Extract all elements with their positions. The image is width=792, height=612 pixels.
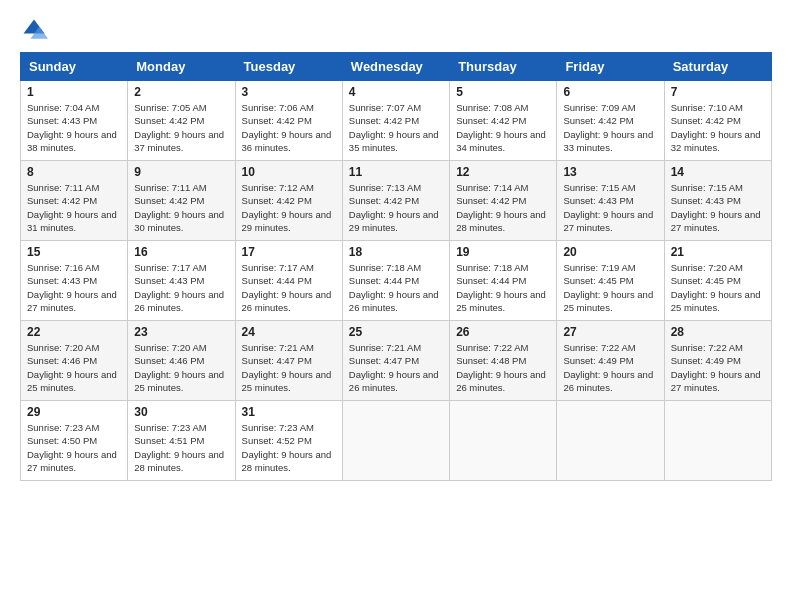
day-number: 2	[134, 85, 228, 99]
calendar-week-row: 22 Sunrise: 7:20 AM Sunset: 4:46 PM Dayl…	[21, 321, 772, 401]
day-info: Sunrise: 7:22 AM Sunset: 4:49 PM Dayligh…	[563, 341, 657, 394]
calendar-cell: 8 Sunrise: 7:11 AM Sunset: 4:42 PM Dayli…	[21, 161, 128, 241]
day-info: Sunrise: 7:16 AM Sunset: 4:43 PM Dayligh…	[27, 261, 121, 314]
calendar-cell: 24 Sunrise: 7:21 AM Sunset: 4:47 PM Dayl…	[235, 321, 342, 401]
calendar-week-row: 15 Sunrise: 7:16 AM Sunset: 4:43 PM Dayl…	[21, 241, 772, 321]
day-number: 24	[242, 325, 336, 339]
calendar-cell: 19 Sunrise: 7:18 AM Sunset: 4:44 PM Dayl…	[450, 241, 557, 321]
day-info: Sunrise: 7:20 AM Sunset: 4:46 PM Dayligh…	[27, 341, 121, 394]
day-number: 10	[242, 165, 336, 179]
calendar-cell: 26 Sunrise: 7:22 AM Sunset: 4:48 PM Dayl…	[450, 321, 557, 401]
day-info: Sunrise: 7:11 AM Sunset: 4:42 PM Dayligh…	[27, 181, 121, 234]
day-info: Sunrise: 7:20 AM Sunset: 4:45 PM Dayligh…	[671, 261, 765, 314]
day-info: Sunrise: 7:15 AM Sunset: 4:43 PM Dayligh…	[671, 181, 765, 234]
day-number: 16	[134, 245, 228, 259]
day-info: Sunrise: 7:12 AM Sunset: 4:42 PM Dayligh…	[242, 181, 336, 234]
day-number: 19	[456, 245, 550, 259]
day-number: 13	[563, 165, 657, 179]
calendar-cell: 11 Sunrise: 7:13 AM Sunset: 4:42 PM Dayl…	[342, 161, 449, 241]
calendar-cell: 23 Sunrise: 7:20 AM Sunset: 4:46 PM Dayl…	[128, 321, 235, 401]
weekday-header-friday: Friday	[557, 53, 664, 81]
weekday-header-wednesday: Wednesday	[342, 53, 449, 81]
day-number: 29	[27, 405, 121, 419]
weekday-header-thursday: Thursday	[450, 53, 557, 81]
day-info: Sunrise: 7:20 AM Sunset: 4:46 PM Dayligh…	[134, 341, 228, 394]
day-number: 17	[242, 245, 336, 259]
day-info: Sunrise: 7:21 AM Sunset: 4:47 PM Dayligh…	[242, 341, 336, 394]
day-info: Sunrise: 7:18 AM Sunset: 4:44 PM Dayligh…	[349, 261, 443, 314]
day-number: 25	[349, 325, 443, 339]
day-number: 8	[27, 165, 121, 179]
day-info: Sunrise: 7:15 AM Sunset: 4:43 PM Dayligh…	[563, 181, 657, 234]
calendar-cell: 22 Sunrise: 7:20 AM Sunset: 4:46 PM Dayl…	[21, 321, 128, 401]
calendar-cell	[664, 401, 771, 481]
day-number: 5	[456, 85, 550, 99]
day-number: 21	[671, 245, 765, 259]
logo	[20, 16, 52, 44]
day-number: 15	[27, 245, 121, 259]
day-number: 27	[563, 325, 657, 339]
calendar-cell: 13 Sunrise: 7:15 AM Sunset: 4:43 PM Dayl…	[557, 161, 664, 241]
day-number: 28	[671, 325, 765, 339]
day-number: 30	[134, 405, 228, 419]
day-info: Sunrise: 7:14 AM Sunset: 4:42 PM Dayligh…	[456, 181, 550, 234]
day-info: Sunrise: 7:17 AM Sunset: 4:43 PM Dayligh…	[134, 261, 228, 314]
day-info: Sunrise: 7:23 AM Sunset: 4:50 PM Dayligh…	[27, 421, 121, 474]
day-number: 3	[242, 85, 336, 99]
day-number: 11	[349, 165, 443, 179]
page-container: SundayMondayTuesdayWednesdayThursdayFrid…	[20, 16, 772, 481]
calendar-cell: 12 Sunrise: 7:14 AM Sunset: 4:42 PM Dayl…	[450, 161, 557, 241]
day-info: Sunrise: 7:10 AM Sunset: 4:42 PM Dayligh…	[671, 101, 765, 154]
calendar-cell: 28 Sunrise: 7:22 AM Sunset: 4:49 PM Dayl…	[664, 321, 771, 401]
calendar-header: SundayMondayTuesdayWednesdayThursdayFrid…	[21, 53, 772, 81]
day-number: 22	[27, 325, 121, 339]
calendar-cell	[342, 401, 449, 481]
day-info: Sunrise: 7:07 AM Sunset: 4:42 PM Dayligh…	[349, 101, 443, 154]
weekday-row: SundayMondayTuesdayWednesdayThursdayFrid…	[21, 53, 772, 81]
calendar-cell: 30 Sunrise: 7:23 AM Sunset: 4:51 PM Dayl…	[128, 401, 235, 481]
calendar-cell: 25 Sunrise: 7:21 AM Sunset: 4:47 PM Dayl…	[342, 321, 449, 401]
day-number: 23	[134, 325, 228, 339]
calendar-body: 1 Sunrise: 7:04 AM Sunset: 4:43 PM Dayli…	[21, 81, 772, 481]
calendar-table: SundayMondayTuesdayWednesdayThursdayFrid…	[20, 52, 772, 481]
day-info: Sunrise: 7:08 AM Sunset: 4:42 PM Dayligh…	[456, 101, 550, 154]
day-number: 18	[349, 245, 443, 259]
calendar-cell: 3 Sunrise: 7:06 AM Sunset: 4:42 PM Dayli…	[235, 81, 342, 161]
calendar-cell: 7 Sunrise: 7:10 AM Sunset: 4:42 PM Dayli…	[664, 81, 771, 161]
calendar-cell: 6 Sunrise: 7:09 AM Sunset: 4:42 PM Dayli…	[557, 81, 664, 161]
weekday-header-sunday: Sunday	[21, 53, 128, 81]
day-info: Sunrise: 7:22 AM Sunset: 4:48 PM Dayligh…	[456, 341, 550, 394]
day-info: Sunrise: 7:23 AM Sunset: 4:52 PM Dayligh…	[242, 421, 336, 474]
calendar-cell: 14 Sunrise: 7:15 AM Sunset: 4:43 PM Dayl…	[664, 161, 771, 241]
calendar-cell: 15 Sunrise: 7:16 AM Sunset: 4:43 PM Dayl…	[21, 241, 128, 321]
day-number: 26	[456, 325, 550, 339]
calendar-week-row: 29 Sunrise: 7:23 AM Sunset: 4:50 PM Dayl…	[21, 401, 772, 481]
day-info: Sunrise: 7:22 AM Sunset: 4:49 PM Dayligh…	[671, 341, 765, 394]
calendar-week-row: 1 Sunrise: 7:04 AM Sunset: 4:43 PM Dayli…	[21, 81, 772, 161]
calendar-cell: 1 Sunrise: 7:04 AM Sunset: 4:43 PM Dayli…	[21, 81, 128, 161]
weekday-header-tuesday: Tuesday	[235, 53, 342, 81]
day-info: Sunrise: 7:13 AM Sunset: 4:42 PM Dayligh…	[349, 181, 443, 234]
weekday-header-monday: Monday	[128, 53, 235, 81]
day-info: Sunrise: 7:21 AM Sunset: 4:47 PM Dayligh…	[349, 341, 443, 394]
calendar-cell: 4 Sunrise: 7:07 AM Sunset: 4:42 PM Dayli…	[342, 81, 449, 161]
calendar-cell	[557, 401, 664, 481]
day-info: Sunrise: 7:06 AM Sunset: 4:42 PM Dayligh…	[242, 101, 336, 154]
day-info: Sunrise: 7:05 AM Sunset: 4:42 PM Dayligh…	[134, 101, 228, 154]
calendar-cell: 18 Sunrise: 7:18 AM Sunset: 4:44 PM Dayl…	[342, 241, 449, 321]
day-info: Sunrise: 7:23 AM Sunset: 4:51 PM Dayligh…	[134, 421, 228, 474]
day-number: 1	[27, 85, 121, 99]
calendar-cell: 29 Sunrise: 7:23 AM Sunset: 4:50 PM Dayl…	[21, 401, 128, 481]
day-info: Sunrise: 7:17 AM Sunset: 4:44 PM Dayligh…	[242, 261, 336, 314]
day-info: Sunrise: 7:09 AM Sunset: 4:42 PM Dayligh…	[563, 101, 657, 154]
day-info: Sunrise: 7:19 AM Sunset: 4:45 PM Dayligh…	[563, 261, 657, 314]
day-info: Sunrise: 7:04 AM Sunset: 4:43 PM Dayligh…	[27, 101, 121, 154]
calendar-cell: 9 Sunrise: 7:11 AM Sunset: 4:42 PM Dayli…	[128, 161, 235, 241]
day-number: 12	[456, 165, 550, 179]
day-number: 14	[671, 165, 765, 179]
logo-icon	[20, 16, 48, 44]
header	[20, 16, 772, 44]
day-number: 6	[563, 85, 657, 99]
calendar-cell: 27 Sunrise: 7:22 AM Sunset: 4:49 PM Dayl…	[557, 321, 664, 401]
calendar-cell: 2 Sunrise: 7:05 AM Sunset: 4:42 PM Dayli…	[128, 81, 235, 161]
